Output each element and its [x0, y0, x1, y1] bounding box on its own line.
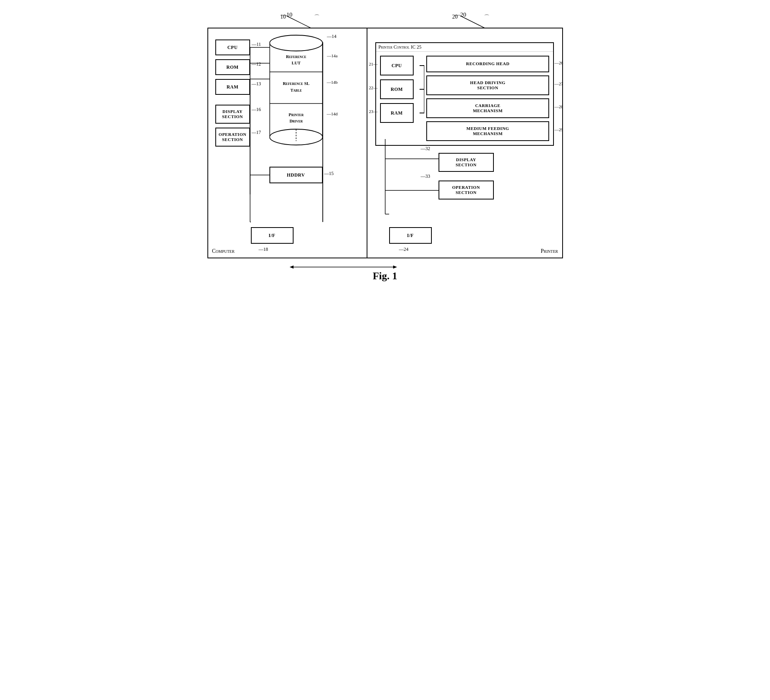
ref-18: —18 — [259, 247, 268, 252]
ref-24: —24 — [399, 247, 409, 252]
computer-rom-box: ROM — [215, 59, 250, 75]
computer-cpu-box: CPU — [215, 40, 250, 55]
computer-ram-box: RAM — [215, 79, 250, 95]
computer-display-box: DisplaySection — [215, 105, 250, 124]
carriage-box: CarriageMechanism — [426, 98, 550, 118]
ref-21: 21— — [369, 62, 378, 66]
printer-display-box: DisplaySection — [439, 153, 494, 172]
medium-feeding-box: Medium FeedingMechanism — [426, 121, 550, 141]
ref-25: 25 — [417, 44, 422, 50]
printer-if-container: I/F —24 — [389, 227, 432, 244]
printer-ram-box: RAM — [380, 103, 414, 123]
cylinder-svg: Reference LUT Reference SL Table Printer… — [269, 34, 323, 153]
svg-point-4 — [269, 35, 322, 51]
recording-head-box: Recording Head — [426, 56, 550, 72]
printer-if-box: I/F — [389, 227, 432, 244]
svg-text:LUT: LUT — [292, 60, 301, 65]
printer-operation-container: —33 OperationSection — [439, 181, 494, 199]
svg-marker-38 — [393, 265, 397, 269]
svg-text:Driver: Driver — [289, 119, 303, 123]
pci-left-col: CPU 21— ROM 22— RAM 23— — [380, 56, 414, 141]
svg-marker-39 — [290, 265, 294, 269]
computer-if-container: I/F —18 — [251, 227, 294, 244]
ref-11: —11 — [252, 41, 261, 47]
ref-29: —29 — [554, 127, 563, 132]
ref-14a: —14a — [327, 53, 338, 58]
head-driving-box: Head DrivingSection — [426, 75, 550, 95]
database-cylinder: —14 Reference — [269, 34, 323, 154]
diagram-outer: 10 ⌒ 20 ⌒ —10 —20 CPU —11 ROM —12 — [207, 28, 563, 258]
pci-right-col: Recording Head —26 Head DrivingSection —… — [426, 56, 550, 141]
printer-rom-box: ROM — [380, 79, 414, 99]
computer-operation-box: OperationSection — [215, 128, 250, 147]
svg-text:—20: —20 — [454, 11, 466, 18]
printer-cpu-box: CPU — [380, 56, 414, 75]
computer-hddrv-box: HDDRV — [269, 167, 323, 183]
computer-hddrv-container: HDDRV —15 — [269, 167, 323, 183]
ref-13: —13 — [252, 81, 261, 87]
svg-text:Reference: Reference — [286, 54, 306, 59]
ref-14: —14 — [327, 34, 337, 40]
ref-22: 22— — [369, 85, 378, 90]
svg-text:Table: Table — [290, 88, 301, 92]
computer-label: Computer — [212, 248, 235, 254]
computer-section: CPU —11 ROM —12 RAM —13 DisplaySection —… — [208, 28, 367, 258]
ref-26: —26 — [554, 60, 563, 65]
ref-23: 23— — [369, 109, 378, 114]
printer-section: Printer Control IC 25 CPU 21— ROM 22— — [367, 28, 562, 258]
ref-14d: —14d — [327, 111, 338, 116]
pci-content: CPU 21— ROM 22— RAM 23— — [376, 52, 553, 145]
ref-32-arrow: —32 — [421, 146, 430, 152]
svg-text:—10: —10 — [280, 11, 292, 18]
svg-text:Printer: Printer — [288, 112, 303, 117]
ref-28: —28 — [554, 104, 563, 109]
printer-control-label: Printer Control IC 25 — [376, 43, 553, 52]
main-diagram: CPU —11 ROM —12 RAM —13 DisplaySection —… — [207, 28, 563, 258]
pci-bus-connector — [420, 56, 424, 141]
printer-label: Printer — [541, 248, 558, 254]
svg-point-7 — [269, 129, 322, 145]
fig-label: Fig. 1 — [373, 270, 397, 282]
computer-if-box: I/F — [251, 227, 294, 244]
ref-27: —27 — [554, 81, 563, 86]
ref-15: —15 — [324, 171, 334, 177]
ref-16: —16 — [252, 107, 261, 113]
printer-control-ic: Printer Control IC 25 CPU 21— ROM 22— — [375, 42, 554, 146]
ref-17: —17 — [252, 130, 261, 135]
ref-33-arrow: —33 — [421, 173, 430, 179]
printer-control-label-text: Printer Control IC — [378, 44, 416, 50]
printer-display-container: —32 DisplaySection — [439, 153, 494, 172]
pci-bus-svg — [420, 56, 424, 131]
printer-operation-box: OperationSection — [439, 181, 494, 199]
svg-text:Reference SL: Reference SL — [282, 81, 309, 86]
ref-14b: —14b — [327, 80, 338, 85]
ref-12: —12 — [252, 61, 261, 67]
